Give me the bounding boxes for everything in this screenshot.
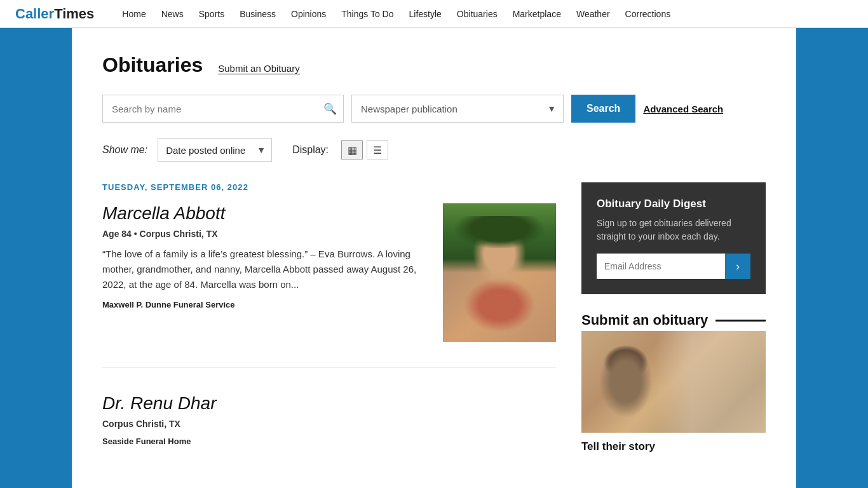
search-icon: 🔍 bbox=[323, 102, 337, 116]
nav-item-home[interactable]: Home bbox=[114, 0, 153, 28]
site-logo[interactable]: Caller Times bbox=[15, 6, 94, 22]
nav-item-corrections[interactable]: Corrections bbox=[618, 0, 679, 28]
digest-desc: Sign up to get obituaries delivered stra… bbox=[597, 217, 750, 243]
content-columns: TUESDAY, SEPTEMBER 06, 2022 Marcella Abb… bbox=[102, 182, 766, 487]
main-nav: HomeNewsSportsBusinessOpinionsThings To … bbox=[114, 0, 678, 28]
search-row: 🔍 Newspaper publication ▼ Search Advance… bbox=[102, 95, 766, 123]
show-me-select[interactable]: Date posted online bbox=[158, 138, 272, 162]
obit-excerpt-1: “The love of a family is a life’s greate… bbox=[102, 247, 428, 292]
page-wrapper: Obituaries Submit an Obituary 🔍 Newspape… bbox=[72, 28, 796, 488]
nav-item-opinions[interactable]: Opinions bbox=[283, 0, 334, 28]
grid-icon: ▦ bbox=[348, 144, 357, 156]
obit-name-2[interactable]: Dr. Renu Dhar bbox=[102, 393, 556, 414]
nav-item-lifestyle[interactable]: Lifestyle bbox=[402, 0, 449, 28]
display-grid-button[interactable]: ▦ bbox=[341, 140, 363, 159]
nav-item-news[interactable]: News bbox=[154, 0, 191, 28]
main-column: TUESDAY, SEPTEMBER 06, 2022 Marcella Abb… bbox=[102, 182, 556, 487]
submit-obituary-link[interactable]: Submit an Obituary bbox=[218, 63, 299, 74]
submit-obit-image[interactable] bbox=[581, 331, 766, 433]
tell-story-label: Tell their story bbox=[581, 440, 766, 453]
obit-text-1: Marcella Abbott Age 84 • Corpus Christi,… bbox=[102, 203, 428, 342]
nav-item-obituaries[interactable]: Obituaries bbox=[449, 0, 505, 28]
nav-item-marketplace[interactable]: Marketplace bbox=[505, 0, 569, 28]
nav-item-business[interactable]: Business bbox=[232, 0, 283, 28]
arrow-right-icon: › bbox=[736, 260, 740, 273]
page-title: Obituaries bbox=[102, 53, 203, 77]
newspaper-select[interactable]: Newspaper publication bbox=[351, 95, 564, 123]
display-label: Display: bbox=[292, 144, 329, 156]
digest-title: Obituary Daily Digest bbox=[597, 198, 750, 210]
nav-item-things-to-do[interactable]: Things To Do bbox=[334, 0, 401, 28]
logo-times: Times bbox=[54, 6, 94, 22]
search-icon-button[interactable]: 🔍 bbox=[316, 95, 344, 123]
submit-obit-section: Submit an obituary Tell their story bbox=[581, 312, 766, 453]
newspaper-select-wrap: Newspaper publication ▼ bbox=[351, 95, 564, 123]
obit-card-2: Dr. Renu Dhar Corpus Christi, TX Seaside… bbox=[102, 393, 556, 466]
list-icon: ☰ bbox=[373, 144, 382, 156]
display-list-button[interactable]: ☰ bbox=[367, 140, 388, 159]
date-header: TUESDAY, SEPTEMBER 06, 2022 bbox=[102, 182, 556, 192]
digest-box: Obituary Daily Digest Sign up to get obi… bbox=[581, 182, 766, 294]
obit-photo-1[interactable] bbox=[443, 203, 556, 342]
search-name-input[interactable] bbox=[102, 95, 344, 123]
nav-item-weather[interactable]: Weather bbox=[569, 0, 618, 28]
search-button[interactable]: Search bbox=[571, 95, 635, 123]
site-header: Caller Times HomeNewsSportsBusinessOpini… bbox=[0, 0, 868, 28]
nav-item-sports[interactable]: Sports bbox=[191, 0, 232, 28]
obit-photo-image-1 bbox=[443, 203, 556, 342]
search-name-wrap: 🔍 bbox=[102, 95, 344, 123]
email-submit-button[interactable]: › bbox=[725, 254, 750, 279]
obit-name-1[interactable]: Marcella Abbott bbox=[102, 203, 428, 224]
submit-obit-title: Submit an obituary bbox=[581, 312, 766, 329]
obit-card-1: Marcella Abbott Age 84 • Corpus Christi,… bbox=[102, 203, 556, 368]
obit-funeral-1: Maxwell P. Dunne Funeral Service bbox=[102, 300, 428, 309]
logo-caller: Caller bbox=[15, 6, 54, 22]
show-me-label: Show me: bbox=[102, 144, 147, 156]
display-buttons: ▦ ☰ bbox=[341, 140, 388, 159]
obit-funeral-2: Seaside Funeral Home bbox=[102, 437, 556, 446]
sidebar-column: Obituary Daily Digest Sign up to get obi… bbox=[581, 182, 766, 487]
email-row: › bbox=[597, 254, 750, 279]
advanced-search-link[interactable]: Advanced Search bbox=[643, 104, 723, 114]
obit-text-2: Dr. Renu Dhar Corpus Christi, TX Seaside… bbox=[102, 393, 556, 446]
obit-meta-2: Corpus Christi, TX bbox=[102, 419, 556, 429]
email-input[interactable] bbox=[597, 254, 725, 279]
show-me-select-wrap: Date posted online ▼ bbox=[158, 138, 272, 162]
obit-meta-1: Age 84 • Corpus Christi, TX bbox=[102, 229, 428, 239]
page-title-row: Obituaries Submit an Obituary bbox=[102, 53, 766, 77]
filter-row: Show me: Date posted online ▼ Display: ▦… bbox=[102, 138, 766, 162]
